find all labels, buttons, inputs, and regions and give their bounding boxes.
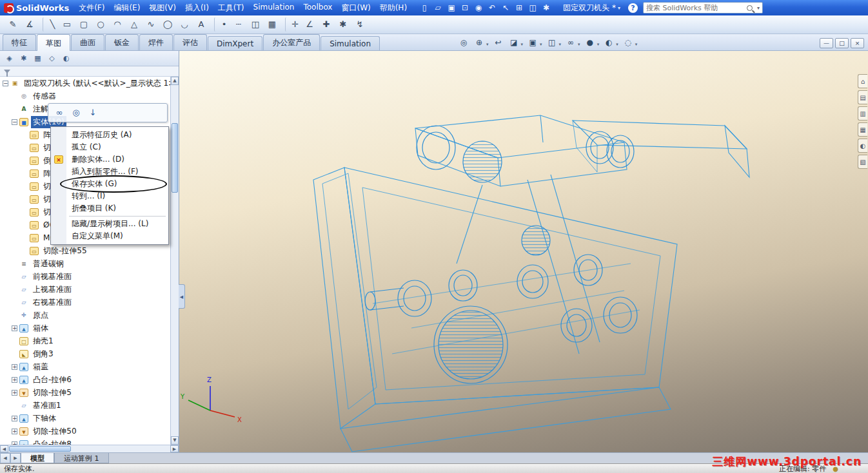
menu-item[interactable]: Toolbox [299, 1, 337, 15]
tree-item[interactable]: 切除-拉伸5 [0, 386, 170, 399]
tree-item[interactable]: 箱盖 [0, 360, 170, 373]
context-menu-item[interactable]: 折叠项目 (K) [52, 202, 168, 215]
tree-item[interactable]: 前视基准面 [0, 270, 170, 283]
view-orientation-icon[interactable]: ▣ [526, 36, 540, 49]
corner-rectangle-icon[interactable]: ▭ [59, 17, 75, 32]
tree-item[interactable]: 倒角3 [0, 347, 170, 360]
tree-item[interactable]: 普通碳钢 [0, 257, 170, 270]
circle-icon[interactable]: ○ [93, 17, 108, 32]
linear-sketch-pattern-icon[interactable]: ▦ [264, 17, 280, 32]
help-icon[interactable]: ? [628, 3, 638, 13]
undo-icon[interactable]: ↶ [486, 1, 498, 14]
command-tab[interactable]: 曲面 [71, 34, 104, 50]
file-explorer-icon[interactable]: ▥ [858, 106, 867, 121]
open-icon[interactable]: ▱ [431, 1, 444, 14]
context-menu-item[interactable]: 自定义菜单(M) [52, 230, 168, 242]
tree-root-item[interactable]: 固定双刀机头 (默认<<默认>_显示状态 1>) [0, 77, 170, 90]
search-box[interactable]: ▾ [643, 2, 763, 14]
move-entities-icon[interactable]: ✛ [285, 17, 301, 32]
tree-item[interactable]: 凸台-拉伸8 [0, 438, 170, 445]
tab-scroll-left-button[interactable] [0, 453, 10, 463]
straight-slot-icon[interactable]: ▢ [76, 17, 92, 32]
command-tab[interactable]: 评估 [173, 34, 207, 50]
sketch-text-icon[interactable]: A [193, 17, 209, 32]
view-tool[interactable]: ◐ [602, 36, 620, 49]
display-relations-icon[interactable]: ∠ [302, 17, 317, 32]
zoom-to-fit-icon[interactable]: ◎ [457, 36, 471, 49]
tree-item[interactable]: 下轴体 [0, 412, 170, 425]
expander-icon[interactable] [12, 119, 17, 125]
rapid-sketch-icon[interactable]: ↯ [352, 17, 368, 32]
featuremanager-tab-icon[interactable]: ◈ [3, 53, 15, 64]
view-tool[interactable]: ⊕ [472, 36, 490, 49]
graphics-viewport[interactable]: Z Y X ⌂ ▤ ▥ ▦ ◐ ▧ [179, 51, 868, 452]
tree-vertical-scrollbar[interactable] [170, 77, 179, 445]
menu-item[interactable]: 窗口(W) [337, 1, 375, 15]
select-icon[interactable]: ↖ [499, 1, 512, 14]
zoom-to-area-icon[interactable]: ⊕ [472, 36, 486, 49]
section-view-icon[interactable]: ◪ [507, 36, 521, 49]
menu-item[interactable]: 工具(T) [213, 1, 249, 15]
expander-icon[interactable] [3, 81, 8, 86]
command-tab[interactable]: 特征 [3, 34, 36, 50]
scroll-down-button[interactable] [171, 436, 179, 445]
close-button[interactable]: × [851, 38, 864, 48]
active-document-selector[interactable]: 固定双刀机头 * ▾ [563, 3, 620, 14]
expander-icon[interactable] [12, 364, 17, 370]
menu-item[interactable]: 编辑(E) [109, 1, 144, 15]
appearances-icon[interactable]: ◐ [858, 139, 867, 153]
tree-item[interactable]: 上视基准面 [0, 283, 170, 296]
hide-show-icon[interactable]: ∞ [52, 106, 66, 120]
menu-item[interactable]: 文件(F) [74, 1, 109, 15]
centerline-icon[interactable]: ┄ [231, 17, 246, 32]
tree-item[interactable]: 右视基准面 [0, 296, 170, 309]
search-input[interactable] [646, 4, 744, 12]
search-icon[interactable] [747, 5, 753, 11]
view-tool[interactable]: ◪ [507, 36, 525, 49]
context-menu-item[interactable]: 转到... (I) [52, 190, 168, 202]
ellipse-icon[interactable]: ◯ [160, 17, 175, 32]
tree-item[interactable]: 传感器 [0, 90, 170, 102]
options-icon[interactable]: ✱ [540, 1, 553, 14]
view-tool[interactable]: ↩ [491, 36, 506, 49]
smart-dimension-icon[interactable]: ∡ [22, 17, 37, 32]
polygon-icon[interactable]: △ [126, 17, 142, 32]
panel-collapse-handle[interactable]: ◀ [179, 284, 185, 309]
custom-properties-icon[interactable]: ▧ [858, 155, 867, 169]
model-wireframe[interactable]: Z Y X [179, 51, 868, 452]
design-library-icon[interactable]: ◫ [526, 1, 539, 14]
context-menu-item[interactable]: 插入到新零件... (F) [52, 166, 168, 178]
configurationmanager-tab-icon[interactable]: ▦ [32, 53, 44, 64]
expander-icon[interactable] [12, 390, 17, 396]
spline-icon[interactable]: ∿ [143, 17, 159, 32]
context-menu-item[interactable]: 删除实体... (D) [52, 153, 168, 166]
view-tool[interactable]: ◫ [545, 36, 563, 49]
filter-icon[interactable] [4, 70, 10, 73]
view-palette-icon[interactable]: ▦ [858, 122, 867, 137]
tree-item[interactable]: 基准面1 [0, 399, 170, 412]
propertymanager-tab-icon[interactable]: ✱ [17, 53, 30, 64]
expander-icon[interactable] [12, 429, 17, 434]
centerpoint-arc-icon[interactable]: ◠ [110, 17, 125, 32]
chevron-down-icon[interactable]: ▾ [618, 5, 620, 11]
design-library-icon[interactable]: ▤ [858, 90, 867, 104]
command-tab[interactable]: 办公室产品 [263, 34, 320, 50]
menu-item[interactable]: 视图(V) [144, 1, 181, 15]
line-icon[interactable]: ╲ [43, 17, 58, 32]
scroll-left-button[interactable] [0, 445, 8, 452]
command-tab[interactable]: 焊件 [139, 34, 173, 50]
view-tool[interactable]: ◎ [457, 36, 471, 49]
scrollbar-thumb[interactable] [9, 446, 71, 452]
tree-item[interactable]: 原点 [0, 309, 170, 322]
sketch-fillet-icon[interactable]: ◡ [177, 17, 192, 32]
command-tab[interactable]: Simulation [321, 36, 380, 50]
command-tab[interactable]: DimXpert [208, 36, 262, 50]
tab-scroll-right-button[interactable] [10, 453, 21, 463]
normal-to-icon[interactable]: ↓ [86, 106, 100, 120]
previous-view-icon[interactable]: ↩ [491, 36, 506, 49]
tree-item[interactable]: 箱体 [0, 322, 170, 334]
command-tab[interactable]: 钣金 [105, 34, 139, 50]
save-icon[interactable]: ▣ [445, 1, 458, 14]
scrollbar-thumb[interactable] [172, 123, 178, 193]
edit-appearance-icon[interactable]: ● [583, 36, 597, 49]
